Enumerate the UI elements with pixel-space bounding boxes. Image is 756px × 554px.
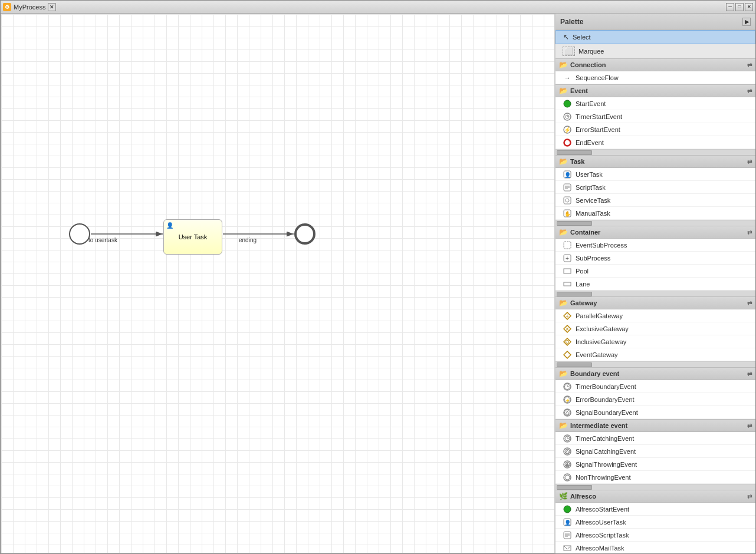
arrow2-label: ending [239, 237, 257, 243]
start-event[interactable] [69, 223, 90, 245]
gateway-scrollbar-thumb[interactable] [557, 362, 592, 367]
signal-throwing-label: SignalThrowingEvent [576, 461, 637, 468]
tab-close-button[interactable]: ✕ [48, 3, 56, 11]
alfresco-collapse-icon[interactable]: ⇄ [747, 493, 752, 500]
alfresco-user-task-item[interactable]: 👤 AlfrescoUserTask [556, 516, 755, 529]
minimize-button[interactable]: ─ [726, 3, 734, 11]
marquee-tool[interactable]: ⬜ Marquee [556, 44, 755, 58]
user-task-label: User Task [179, 233, 208, 240]
end-event[interactable] [294, 223, 315, 245]
sequence-flow-item[interactable]: → SequenceFlow [556, 71, 755, 84]
event-gateway-item[interactable]: EventGateway [556, 348, 755, 361]
exclusive-gateway-item[interactable]: × ExclusiveGateway [556, 322, 755, 335]
svg-marker-52 [566, 463, 569, 466]
event-subprocess-item[interactable]: EventSubProcess [556, 239, 755, 252]
lane-item[interactable]: Lane [556, 278, 755, 291]
user-task-item[interactable]: 👤 UserTask [556, 168, 755, 181]
alfresco-script-task-item[interactable]: AlfrescoScriptTask [556, 529, 755, 542]
parallel-gateway-item[interactable]: + ParallelGateway [556, 309, 755, 322]
section-container[interactable]: 📂 Container ⇄ [556, 226, 755, 239]
alfresco-start-event-item[interactable]: AlfrescoStartEvent [556, 503, 755, 516]
section-boundary-event[interactable]: 📂 Boundary event ⇄ [556, 367, 755, 380]
timer-catching-item[interactable]: TimerCatchingEvent [556, 432, 755, 445]
inclusive-gateway-item[interactable]: InclusiveGateway [556, 335, 755, 348]
timer-boundary-item[interactable]: TimerBoundaryEvent [556, 380, 755, 393]
section-task[interactable]: 📂 Task ⇄ [556, 155, 755, 168]
tab-title: MyProcess [14, 4, 45, 11]
user-task[interactable]: 👤 User Task [163, 219, 222, 255]
pool-item[interactable]: Pool [556, 265, 755, 278]
signal-throwing-icon [563, 460, 572, 469]
event-scrollbar[interactable] [556, 149, 755, 155]
service-task-item[interactable]: ServiceTask [556, 194, 755, 207]
task-scrollbar-thumb[interactable] [557, 221, 592, 226]
section-intermediate-event[interactable]: 📂 Intermediate event ⇄ [556, 419, 755, 432]
signal-catching-icon [563, 447, 572, 456]
svg-point-55 [564, 506, 571, 513]
gateway-collapse-icon[interactable]: ⇄ [747, 300, 752, 306]
subprocess-item[interactable]: + SubProcess [556, 252, 755, 265]
parallel-gateway-icon: + [563, 311, 572, 321]
container-collapse-icon[interactable]: ⇄ [747, 229, 752, 236]
lane-label: Lane [576, 281, 590, 288]
container-scrollbar[interactable] [556, 291, 755, 296]
section-event[interactable]: 📂 Event ⇄ [556, 84, 755, 97]
alfresco-mail-task-item[interactable]: AlfrescoMailTask [556, 542, 755, 553]
intermediate-scrollbar-thumb[interactable] [557, 485, 592, 490]
error-start-event-item[interactable]: ⚡ ErrorStartEvent [556, 123, 755, 136]
task-collapse-icon[interactable]: ⇄ [747, 159, 752, 165]
intermediate-scrollbar[interactable] [556, 484, 755, 490]
gateway-scrollbar[interactable] [556, 361, 755, 367]
section-gateway[interactable]: 📂 Gateway ⇄ [556, 296, 755, 309]
error-boundary-icon: ⚡ [563, 395, 572, 404]
start-event-item[interactable]: StartEvent [556, 97, 755, 110]
event-collapse-icon[interactable]: ⇄ [747, 88, 752, 94]
intermediate-collapse-icon[interactable]: ⇄ [747, 423, 752, 429]
manual-task-item[interactable]: ✋ ManualTask [556, 207, 755, 220]
start-event-icon [563, 99, 572, 108]
signal-throwing-item[interactable]: SignalThrowingEvent [556, 458, 755, 471]
parallel-gateway-label: ParallelGateway [576, 312, 623, 319]
maximize-button[interactable]: □ [735, 3, 744, 11]
task-scrollbar[interactable] [556, 220, 755, 226]
error-boundary-item[interactable]: ⚡ ErrorBoundaryEvent [556, 393, 755, 406]
palette-collapse-button[interactable]: ▶ [742, 18, 751, 26]
section-alfresco-left: 🌿 Alfresco [559, 492, 596, 500]
subprocess-icon: + [563, 253, 572, 263]
connection-collapse-icon[interactable]: ⇄ [747, 62, 752, 68]
service-task-icon [563, 196, 572, 205]
exclusive-gateway-label: ExclusiveGateway [576, 325, 629, 332]
app-window: ⚙ MyProcess ✕ ─ □ ✕ [0, 0, 756, 554]
alfresco-start-event-label: AlfrescoStartEvent [576, 506, 629, 513]
start-event-label: StartEvent [576, 100, 606, 107]
section-alfresco[interactable]: 🌿 Alfresco ⇄ [556, 490, 755, 503]
container-scrollbar-thumb[interactable] [557, 292, 592, 296]
signal-boundary-item[interactable]: SignalBoundaryEvent [556, 406, 755, 419]
timer-start-event-item[interactable]: TimerStartEvent [556, 110, 755, 123]
none-throwing-label: NonThrowingEvent [576, 474, 631, 481]
event-scrollbar-thumb[interactable] [557, 150, 592, 155]
alfresco-folder-icon: 🌿 [559, 492, 568, 500]
section-connection[interactable]: 📂 Connection ⇄ [556, 58, 755, 71]
script-task-item[interactable]: ScriptTask [556, 181, 755, 194]
select-tool[interactable]: ↖ Select [556, 30, 755, 44]
alfresco-start-event-icon [563, 504, 572, 514]
none-throwing-item[interactable]: NonThrowingEvent [556, 471, 755, 484]
error-start-event-label: ErrorStartEvent [576, 126, 620, 133]
signal-catching-item[interactable]: SignalCatchingEvent [556, 445, 755, 458]
end-event-icon [563, 138, 572, 147]
tab-icon: ⚙ [3, 3, 11, 11]
close-button[interactable]: ✕ [745, 3, 753, 11]
svg-rect-24 [564, 269, 571, 273]
section-event-left: 📂 Event [559, 87, 588, 95]
marquee-icon: ⬜ [563, 47, 575, 56]
end-event-item[interactable]: EndEvent [556, 136, 755, 149]
svg-text:⚡: ⚡ [565, 398, 570, 403]
canvas-area[interactable]: 👤 User Task to usertask ending [1, 14, 555, 553]
boundary-collapse-icon[interactable]: ⇄ [747, 371, 752, 377]
boundary-section-label: Boundary event [570, 370, 619, 377]
svg-text:👤: 👤 [564, 519, 571, 526]
section-container-left: 📂 Container [559, 228, 600, 236]
marquee-label: Marquee [578, 48, 604, 55]
palette-scroll[interactable]: ↖ Select ⬜ Marquee 📂 Connection ⇄ [556, 30, 755, 553]
